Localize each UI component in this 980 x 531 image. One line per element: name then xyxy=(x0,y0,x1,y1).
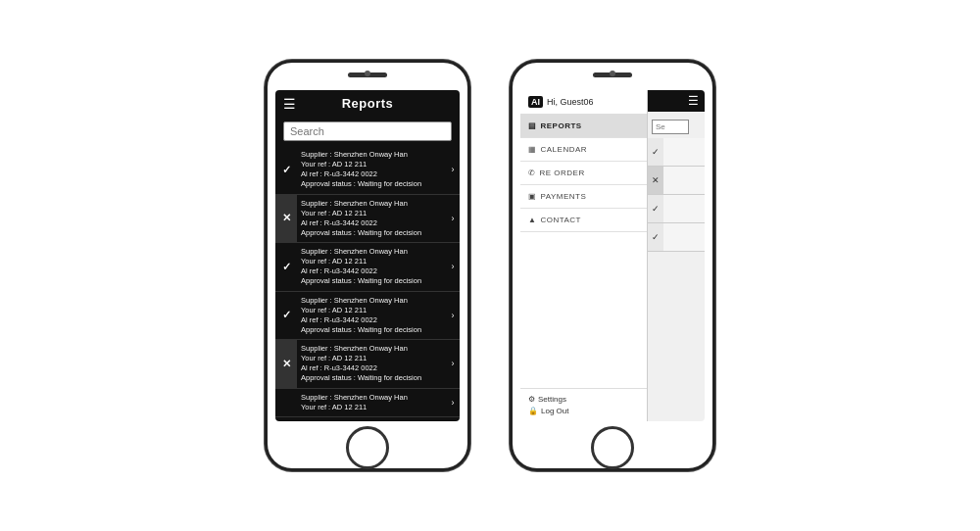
menu-icon[interactable]: ☰ xyxy=(283,96,296,112)
phone-2-screen: AI Hi, Guest06 ▤REPORTS▦CALENDAR✆RE ORDE… xyxy=(520,90,705,421)
payments-icon: ▣ xyxy=(528,192,537,201)
calendar-icon: ▦ xyxy=(528,145,537,154)
reports-icon: ▤ xyxy=(528,121,537,130)
check-icon: ✓ xyxy=(275,243,297,291)
phone-1-camera xyxy=(365,71,370,76)
log out-icon: 🔒 xyxy=(528,407,538,415)
chevron-right-icon[interactable]: › xyxy=(446,195,460,243)
report-item-content: Supplier : Shenzhen Onway HanYour ref : … xyxy=(297,146,446,194)
phone-2-content: AI Hi, Guest06 ▤REPORTS▦CALENDAR✆RE ORDE… xyxy=(520,90,705,421)
cross-icon: ✕ xyxy=(648,167,663,194)
cross-icon: ✕ xyxy=(275,195,297,243)
phone-2-sidebar: AI Hi, Guest06 ▤REPORTS▦CALENDAR✆RE ORDE… xyxy=(520,90,648,421)
check-icon: ✓ xyxy=(648,223,663,251)
phone-1-screen: ☰ Reports ✓Supplier : Shenzhen Onway Han… xyxy=(275,90,460,421)
ai-badge: AI xyxy=(528,96,543,108)
chevron-right-icon[interactable]: › xyxy=(446,292,460,340)
report-item-content: Supplier : Shenzhen Onway HanYour ref : … xyxy=(297,243,446,291)
nav-item-label: CALENDAR xyxy=(541,145,588,154)
phone-2-camera xyxy=(610,71,615,76)
chevron-right-icon[interactable]: › xyxy=(446,340,460,388)
page-title: Reports xyxy=(342,96,394,111)
phones-container: ☰ Reports ✓Supplier : Shenzhen Onway Han… xyxy=(265,60,715,471)
settings-icon: ⚙ xyxy=(528,395,535,404)
nav-items: ▤REPORTS▦CALENDAR✆RE ORDER▣PAYMENTS▲CONT… xyxy=(520,115,647,388)
report-list: ✓Supplier : Shenzhen Onway HanYour ref :… xyxy=(275,146,460,421)
report-item[interactable]: ✓Supplier : Shenzhen Onway HanYour ref :… xyxy=(275,243,460,292)
footer-item-settings[interactable]: ⚙Settings xyxy=(528,395,639,404)
phone-2-main-header: ☰ xyxy=(648,90,705,112)
report-item[interactable]: ✓Supplier : Shenzhen Onway HanYour ref :… xyxy=(275,146,460,195)
footer-items: ⚙Settings🔒Log Out xyxy=(520,388,647,421)
menu-icon-right[interactable]: ☰ xyxy=(688,94,699,108)
check-icon: ✓ xyxy=(648,138,663,166)
phone-2-search xyxy=(648,112,705,138)
report-item-content: Supplier : Shenzhen Onway HanYour ref : … xyxy=(297,195,446,243)
check-icon: ✓ xyxy=(648,195,663,222)
report-item[interactable]: ✓Supplier : Shenzhen Onway HanYour ref :… xyxy=(275,292,460,341)
nav-item-label: PAYMENTS xyxy=(541,192,587,201)
check-icon: ✓ xyxy=(275,292,297,340)
chevron-right-icon[interactable]: › xyxy=(446,389,460,416)
report-item[interactable]: Supplier : Shenzhen Onway HanYour ref : … xyxy=(275,389,460,417)
list-item[interactable]: ✓ xyxy=(648,138,705,167)
report-item[interactable]: ✕Supplier : Shenzhen Onway HanYour ref :… xyxy=(275,340,460,389)
sidebar-item-re-order[interactable]: ✆RE ORDER xyxy=(520,162,647,185)
list-item[interactable]: ✕ xyxy=(648,167,705,195)
sidebar-item-contact[interactable]: ▲CONTACT xyxy=(520,209,647,232)
cross-icon: ✕ xyxy=(275,340,297,388)
report-item-content: Supplier : Shenzhen Onway HanYour ref : … xyxy=(297,389,446,416)
phone-2-search-input[interactable] xyxy=(652,120,689,134)
chevron-right-icon[interactable]: › xyxy=(446,243,460,291)
phone-2-list: ✓✕✓✓ xyxy=(648,138,705,421)
sidebar-item-payments[interactable]: ▣PAYMENTS xyxy=(520,185,647,209)
report-item[interactable]: ✕Supplier : Shenzhen Onway HanYour ref :… xyxy=(275,195,460,244)
phone-2: AI Hi, Guest06 ▤REPORTS▦CALENDAR✆RE ORDE… xyxy=(510,60,715,471)
report-item-content: Supplier : Shenzhen Onway HanYour ref : … xyxy=(297,292,446,340)
chevron-right-icon[interactable]: › xyxy=(446,146,460,194)
search-bar xyxy=(275,117,460,146)
footer-item-label: Settings xyxy=(538,395,566,404)
list-item[interactable]: ✓ xyxy=(648,223,705,252)
greeting-text: Hi, Guest06 xyxy=(547,97,594,107)
phone-1-header: ☰ Reports xyxy=(275,90,460,117)
contact-icon: ▲ xyxy=(528,216,536,224)
list-item[interactable]: ✓ xyxy=(648,195,705,223)
sidebar-item-reports[interactable]: ▤REPORTS xyxy=(520,115,647,138)
sidebar-item-calendar[interactable]: ▦CALENDAR xyxy=(520,138,647,162)
report-item-content: Supplier : Shenzhen Onway HanYour ref : … xyxy=(297,340,446,388)
status-icon xyxy=(275,389,297,416)
re-order-icon: ✆ xyxy=(528,169,536,177)
nav-item-label: CONTACT xyxy=(540,216,581,224)
nav-item-label: REPORTS xyxy=(541,121,582,130)
phone-1: ☰ Reports ✓Supplier : Shenzhen Onway Han… xyxy=(265,60,470,471)
sidebar-header: AI Hi, Guest06 xyxy=(520,90,647,115)
phone-2-main: ☰ ✓✕✓✓ xyxy=(648,90,705,421)
nav-item-label: RE ORDER xyxy=(540,169,585,177)
footer-item-label: Log Out xyxy=(541,407,568,415)
check-icon: ✓ xyxy=(275,146,297,194)
footer-item-log-out[interactable]: 🔒Log Out xyxy=(528,407,639,415)
search-input[interactable] xyxy=(283,121,452,141)
